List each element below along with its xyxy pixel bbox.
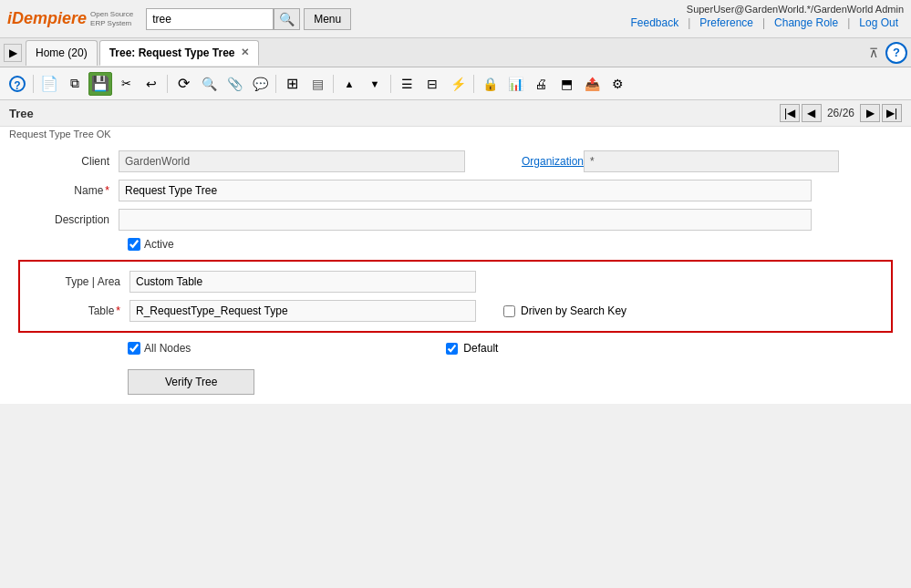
verify-row: Verify Tree — [18, 364, 893, 395]
grid-view-button[interactable]: ⊞ — [280, 72, 304, 96]
org-input[interactable] — [584, 150, 839, 172]
active-checkbox[interactable] — [128, 238, 140, 251]
up-icon: ▲ — [345, 78, 355, 89]
user-info: SuperUser@GardenWorld.*/GardenWorld Admi… — [687, 0, 911, 15]
first-record-button[interactable]: |◀ — [780, 104, 800, 122]
new-icon: 📄 — [40, 75, 58, 92]
print-button[interactable]: 🖨 — [529, 72, 553, 96]
status-text: Request Type Tree OK — [9, 129, 111, 139]
list-icon: ☰ — [401, 77, 413, 91]
prev-record-button[interactable]: ◀ — [802, 104, 822, 122]
change-role-link[interactable]: Change Role — [769, 16, 844, 29]
description-row: Description — [18, 209, 893, 231]
table-row: Table Driven by Search Key — [29, 300, 882, 322]
client-org-row: Client Organization — [18, 150, 893, 172]
move-up-button[interactable]: ▲ — [337, 72, 361, 96]
help-circle-button[interactable]: ? — [885, 42, 907, 64]
tab-toggle-button[interactable]: ▶ — [4, 44, 22, 62]
report-button[interactable]: 📊 — [503, 72, 527, 96]
save-record-button[interactable]: 💾 — [88, 72, 112, 96]
grid-icon: ⊞ — [286, 75, 298, 92]
filter-button[interactable]: ⚡ — [446, 72, 470, 96]
tab-tree[interactable]: Tree: Request Type Tree ✕ — [99, 40, 259, 66]
record-info: 26/26 — [823, 107, 858, 119]
org-label[interactable]: Organization — [483, 155, 584, 168]
default-label: Default — [463, 342, 498, 355]
chat-icon: 💬 — [253, 77, 268, 91]
search-button[interactable]: 🔍 — [274, 8, 300, 30]
new-record-button[interactable]: 📄 — [37, 72, 61, 96]
export2-button[interactable]: 📤 — [580, 72, 604, 96]
undo-icon: ↩ — [146, 77, 157, 91]
form-section: Tree |◀ ◀ 26/26 ▶ ▶| Request Type Tree O… — [0, 100, 911, 404]
name-input[interactable] — [119, 180, 812, 201]
last-record-button[interactable]: ▶| — [882, 104, 902, 122]
all-nodes-checkbox[interactable] — [128, 342, 140, 355]
attach-icon: 📎 — [227, 77, 243, 91]
top-bar: iDempiere Open SourceERP System 🔍 Menu S… — [0, 0, 911, 38]
description-label: Description — [18, 213, 119, 226]
search-box: 🔍 Menu — [146, 8, 351, 30]
panel-button[interactable]: ⊟ — [420, 72, 444, 96]
client-label: Client — [18, 155, 119, 168]
delete-icon: ✂ — [121, 77, 131, 90]
menu-button[interactable]: Menu — [304, 8, 351, 30]
feedback-link[interactable]: Feedback — [625, 16, 684, 29]
copy-record-button[interactable]: ⧉ — [63, 72, 87, 96]
panel-icon: ⊟ — [427, 77, 438, 91]
top-links: Feedback | Preference | Change Role | Lo… — [625, 15, 911, 29]
section-header: Tree |◀ ◀ 26/26 ▶ ▶| — [0, 100, 911, 127]
preference-link[interactable]: Preference — [694, 16, 759, 29]
attach-button[interactable]: 📎 — [223, 72, 246, 96]
type-input[interactable] — [129, 271, 476, 293]
zoom-button[interactable]: 🔍 — [197, 72, 221, 96]
list-button[interactable]: ☰ — [395, 72, 419, 96]
nodes-default-row: All Nodes Default — [18, 342, 893, 355]
refresh-button[interactable]: ⟳ — [171, 72, 195, 96]
default-check: Default — [446, 342, 498, 355]
name-row: Name — [18, 180, 893, 201]
tab-bar: ▶ Home (20) Tree: Request Type Tree ✕ ⊼ … — [0, 38, 911, 67]
verify-tree-button[interactable]: Verify Tree — [128, 369, 254, 395]
settings-icon: ⚙ — [612, 77, 624, 91]
driven-checkbox[interactable] — [503, 305, 515, 317]
log-out-link[interactable]: Log Out — [854, 16, 904, 29]
collapse-all-button[interactable]: ⊼ — [865, 44, 882, 62]
driven-label: Driven by Search Key — [521, 304, 626, 317]
next-record-button[interactable]: ▶ — [860, 104, 880, 122]
move-down-button[interactable]: ▼ — [363, 72, 387, 96]
form-view-button[interactable]: ▤ — [305, 72, 329, 96]
undo-button[interactable]: ↩ — [140, 72, 163, 96]
export2-icon: 📤 — [585, 77, 600, 91]
down-icon: ▼ — [370, 78, 380, 89]
tab-home-label: Home (20) — [36, 46, 88, 59]
section-title: Tree — [9, 107, 34, 120]
status-bar: Request Type Tree OK — [0, 127, 911, 141]
lock-icon: 🔒 — [482, 77, 498, 91]
highlight-box: Type | Area Table Driven by Search Key — [18, 260, 893, 333]
filter-icon: ⚡ — [450, 77, 466, 91]
toolbar: ? 📄 ⧉ 💾 ✂ ↩ ⟳ 🔍 📎 💬 ⊞ ▤ ▲ ▼ ☰ — [0, 67, 911, 100]
help-button[interactable]: ? — [5, 72, 29, 96]
save-icon: 💾 — [91, 75, 109, 92]
settings-button[interactable]: ⚙ — [606, 72, 629, 96]
table-input[interactable] — [129, 300, 476, 322]
chat-button[interactable]: 💬 — [248, 72, 272, 96]
print-icon: 🖨 — [534, 77, 547, 91]
default-checkbox[interactable] — [446, 343, 458, 355]
description-input[interactable] — [119, 209, 812, 231]
type-label: Type | Area — [29, 275, 129, 288]
lock-button[interactable]: 🔒 — [478, 72, 502, 96]
tab-home[interactable]: Home (20) — [26, 40, 98, 66]
form-body: Client Organization Name Description Act… — [0, 141, 911, 404]
client-input[interactable] — [119, 150, 465, 172]
delete-record-button[interactable]: ✂ — [114, 72, 138, 96]
all-nodes-label: All Nodes — [144, 342, 191, 355]
search-input[interactable] — [146, 8, 274, 30]
name-label: Name — [18, 184, 119, 197]
app-name: iDempiere — [7, 9, 87, 28]
tab-close-icon[interactable]: ✕ — [241, 46, 249, 58]
app-logo: iDempiere Open SourceERP System — [7, 9, 133, 28]
export1-button[interactable]: ⬒ — [554, 72, 578, 96]
record-navigation: |◀ ◀ 26/26 ▶ ▶| — [780, 104, 902, 122]
